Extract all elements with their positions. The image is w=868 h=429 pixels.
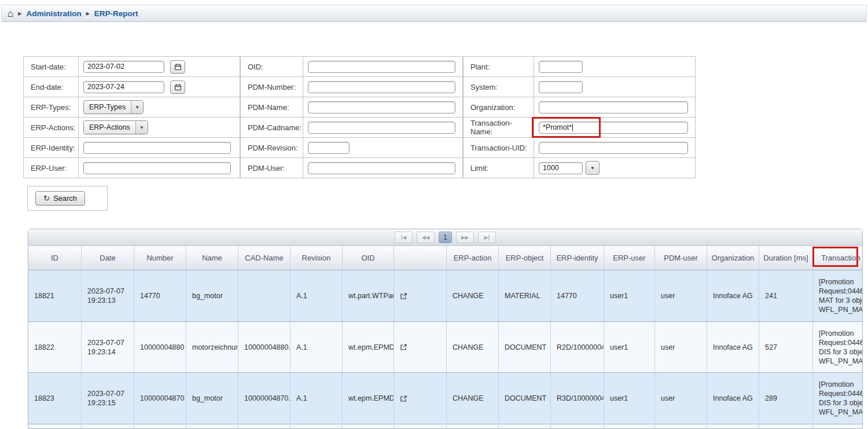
table-row: 18821 2023-07-07 19:23:13 14770 bg_motor…	[28, 270, 862, 322]
col-header-pdm-user: PDM-user	[655, 246, 707, 270]
cell-name: bg_motor	[186, 270, 238, 321]
pdm-user-label: PDM-User:	[248, 164, 285, 173]
cell-date: 2023-07-07 19:23:13	[82, 270, 134, 321]
col-header-erp-object: ERP-object	[499, 246, 551, 270]
open-object-icon[interactable]	[400, 395, 407, 402]
open-object-icon[interactable]	[400, 343, 407, 351]
search-button[interactable]: ↻ Search	[35, 191, 85, 206]
col-header-transaction: Transaction	[813, 246, 863, 270]
pdm-number-input[interactable]	[308, 81, 455, 93]
transaction-uid-label: Transaction-UID:	[470, 144, 527, 152]
transaction-name-value: *Promot*	[543, 123, 572, 131]
chevron-down-icon: ▼	[131, 101, 143, 113]
col-header-name: Name	[186, 246, 238, 270]
cell-transaction: [Promotion Request:04461]: DIS for 3 obj…	[813, 373, 863, 424]
col-header-duration: Duration [ms]	[759, 246, 813, 270]
cell-erp-user: user1	[604, 322, 655, 372]
paginator-prev-button[interactable]: ◀◀	[417, 232, 435, 243]
system-label: System:	[470, 83, 498, 91]
cell-pdm-user: user	[655, 373, 707, 424]
cell-id: 18823	[28, 373, 82, 424]
cell-erp-identity: R2D/10000004880	[551, 322, 604, 372]
table-row: 18822 2023-07-07 19:23:14 10000004880 mo…	[28, 322, 862, 373]
paginator-next-button[interactable]: ▶▶	[456, 232, 474, 243]
organization-label: Organization:	[470, 103, 515, 112]
erp-identity-input[interactable]	[83, 142, 231, 154]
paginator-first-button[interactable]: |◀	[395, 232, 413, 243]
system-input[interactable]	[539, 81, 583, 93]
erp-user-input[interactable]	[83, 162, 231, 174]
cell-pdm-user: user	[655, 270, 707, 321]
start-date-input[interactable]	[83, 61, 164, 73]
breadcrumb-item-administration[interactable]: Administration	[26, 9, 81, 18]
cell-id: 18822	[28, 322, 82, 372]
pdm-revision-input[interactable]	[308, 142, 350, 154]
cell-name: bg_motor	[186, 373, 238, 424]
col-header-id: ID	[28, 246, 82, 270]
pdm-name-input[interactable]	[308, 101, 455, 113]
col-header-organization: Organization	[707, 246, 759, 270]
erp-types-dropdown[interactable]: ERP-Types ▼	[83, 100, 144, 114]
end-date-input[interactable]	[83, 81, 164, 93]
organization-input[interactable]	[539, 101, 688, 113]
pdm-cadname-label: PDM-Cadname:	[248, 123, 301, 132]
col-header-number: Number	[134, 246, 186, 270]
cell-erp-action: CHANGE	[447, 322, 499, 372]
erp-actions-label: ERP-Actions:	[31, 123, 75, 132]
cell-link	[394, 373, 447, 424]
cell-erp-identity: R3D/10000004870	[551, 373, 604, 424]
search-form-column-1: Start-date: End-date: ERP-Types: ERP-Typ…	[23, 56, 240, 178]
cell-date: 2023-07-07 19:23:15	[82, 373, 134, 424]
table-row	[28, 424, 862, 429]
cell-erp-action: CHANGE	[447, 270, 499, 321]
limit-label: Limit:	[470, 164, 488, 173]
limit-dropdown[interactable]: 1000 ▼	[539, 161, 599, 175]
cell-erp-identity: 14770	[551, 270, 604, 321]
paginator: |◀ ◀◀ 1 ▶▶ ▶|	[28, 229, 862, 246]
cell-erp-user: user1	[604, 373, 655, 424]
search-form-column-2: OID: PDM-Number: PDM-Name: PDM-Cadname: …	[240, 56, 463, 178]
transaction-name-input[interactable]: *Promot*	[539, 122, 688, 134]
pdm-user-input[interactable]	[308, 162, 455, 174]
chevron-down-icon[interactable]: ▼	[586, 161, 599, 175]
cell-oid: wt.epm.EPMDocument	[343, 322, 394, 372]
cell-cad-name	[238, 270, 290, 321]
transaction-uid-input[interactable]	[539, 142, 688, 154]
pdm-cadname-input[interactable]	[308, 122, 455, 134]
cell-revision: A.1	[290, 322, 343, 372]
col-header-date: Date	[82, 246, 134, 270]
home-icon[interactable]: ⌂	[8, 9, 13, 19]
calendar-icon	[174, 83, 182, 91]
table-row: 18823 2023-07-07 19:23:15 10000004870 bg…	[28, 373, 862, 424]
start-date-label: Start-date:	[31, 63, 66, 71]
cell-erp-object: DOCUMENT	[499, 373, 551, 424]
cell-number: 10000004870	[134, 373, 186, 424]
paginator-last-button[interactable]: ▶|	[478, 232, 496, 243]
paginator-page-1-button[interactable]: 1	[439, 232, 452, 243]
search-button-label: Search	[53, 194, 77, 203]
cell-id: 18821	[28, 270, 82, 321]
cell-organization: Innoface AG	[707, 270, 759, 321]
cell-transaction: [Promotion Request:04461]: DIS for 3 obj…	[813, 322, 863, 372]
erp-actions-dropdown-value: ERP-Actions	[84, 121, 135, 134]
pdm-name-label: PDM-Name:	[248, 103, 289, 112]
cell-organization: Innoface AG	[707, 373, 759, 424]
cell-duration: 241	[759, 270, 813, 321]
cell-pdm-user: user	[655, 322, 707, 372]
erp-actions-dropdown[interactable]: ERP-Actions ▼	[83, 120, 148, 134]
search-form-column-3: Plant: System: Organization: Transaction…	[463, 56, 696, 178]
end-date-calendar-button[interactable]	[170, 80, 185, 94]
plant-input[interactable]	[539, 61, 583, 73]
oid-input[interactable]	[308, 61, 455, 73]
erp-types-label: ERP-Types:	[31, 103, 71, 112]
oid-label: OID:	[248, 63, 263, 71]
breadcrumb-item-erp-report[interactable]: ERP-Report	[94, 9, 138, 18]
start-date-calendar-button[interactable]	[170, 60, 185, 74]
cell-duration: 527	[759, 322, 813, 372]
pdm-number-label: PDM-Number:	[248, 83, 296, 91]
col-header-oid: OID	[343, 246, 394, 270]
open-object-icon[interactable]	[400, 292, 407, 300]
cell-erp-action: CHANGE	[447, 373, 499, 424]
cell-organization: Innoface AG	[707, 322, 759, 372]
results-panel: |◀ ◀◀ 1 ▶▶ ▶| ID Date Number Name CAD-Na…	[28, 229, 863, 429]
